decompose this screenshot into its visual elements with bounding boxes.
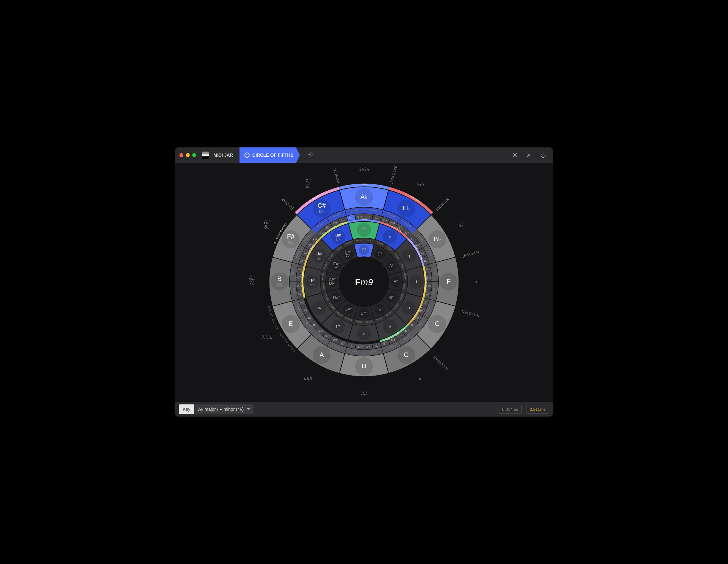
- svg-text:E7: E7: [304, 251, 307, 254]
- svg-text:C♭: C♭: [277, 282, 282, 287]
- key-pointer: [361, 223, 367, 229]
- mode-label: |IONIAN: [333, 168, 340, 184]
- svg-text:D#°: D#°: [333, 295, 340, 300]
- minor-note: g#: [310, 277, 315, 282]
- svg-text:F#7: F#7: [298, 293, 303, 296]
- svg-text:D7: D7: [405, 329, 409, 332]
- key-signature: ♭♭: [459, 223, 464, 228]
- titlebar: MIDI JAR CIRCLE OF FIFTHS: [175, 147, 553, 163]
- svg-point-1: [514, 154, 516, 156]
- mode-label: |LYDIAN: [280, 197, 294, 211]
- key-selector[interactable]: Key A♭ major / F minor (4♭): [179, 404, 253, 414]
- center-chord: Fm9: [355, 277, 373, 287]
- svg-text:D°: D°: [377, 252, 382, 256]
- app-name: MIDI JAR: [213, 153, 233, 158]
- svg-text:E7: E7: [411, 323, 415, 326]
- svg-text:A7: A7: [367, 215, 370, 218]
- minor-note: d: [415, 279, 417, 284]
- mode-label: |LOCRIAN: [432, 355, 449, 371]
- svg-text:b♭: b♭: [336, 237, 340, 241]
- svg-text:D♭: D♭: [319, 209, 324, 214]
- key-signature: ###: [304, 376, 313, 381]
- svg-text:B7: B7: [383, 342, 387, 345]
- svg-text:e♭: e♭: [317, 256, 321, 260]
- svg-text:C#°: C#°: [360, 311, 368, 316]
- minor-note: d#: [316, 251, 322, 256]
- major-note: E♭: [403, 204, 410, 211]
- mode-label: |DORIAN: [435, 197, 450, 211]
- traffic-lights: [179, 153, 196, 157]
- minimize-button[interactable]: [186, 153, 190, 157]
- svg-text:i - TONIC: i - TONIC: [359, 218, 370, 221]
- mode-label: |MIXOLYDIAN: [389, 166, 400, 184]
- svg-text:C7: C7: [426, 267, 430, 270]
- svg-text:B♭7: B♭7: [325, 334, 330, 337]
- key-signature: 5♭: [305, 183, 311, 189]
- key-signature: ♭♭♭♭: [359, 167, 369, 172]
- major-note: B♭: [434, 236, 441, 243]
- key-select[interactable]: A♭ major / F minor (4♭): [194, 404, 253, 414]
- svg-text:C#7: C#7: [300, 259, 305, 262]
- minor-note: c: [389, 234, 391, 239]
- svg-text:F7: F7: [304, 309, 307, 312]
- svg-text:A♭7: A♭7: [300, 301, 305, 304]
- minor-note: c#: [317, 305, 322, 310]
- minor-note: g: [408, 253, 410, 258]
- power-button[interactable]: [538, 150, 549, 161]
- svg-text:F7: F7: [399, 334, 402, 337]
- close-button[interactable]: [179, 153, 183, 157]
- svg-point-0: [310, 154, 311, 155]
- svg-text:B♭°: B♭°: [329, 281, 335, 286]
- svg-text:E♭7: E♭7: [349, 216, 354, 219]
- svg-text:C#7: C#7: [319, 329, 324, 332]
- svg-text:B♭7: B♭7: [312, 237, 317, 240]
- minor-note: b: [363, 331, 365, 336]
- svg-text:G°: G°: [361, 247, 366, 252]
- key-signature: ####: [261, 335, 273, 340]
- svg-text:A°: A°: [389, 263, 394, 268]
- major-note: A♭: [360, 193, 368, 200]
- app-window: MIDI JAR CIRCLE OF FIFTHS A♭A♭sus4A♭sus2…: [175, 147, 553, 417]
- tab-settings-icon[interactable]: [308, 152, 313, 158]
- svg-text:F°: F°: [335, 265, 339, 270]
- svg-text:C°: C°: [346, 253, 351, 258]
- svg-text:G7: G7: [308, 244, 312, 247]
- target-icon: [244, 153, 250, 158]
- key-signature: 7♭: [249, 280, 255, 286]
- svg-text:E7: E7: [399, 226, 402, 229]
- mode-label: |PHRYGIAN: [461, 309, 479, 319]
- svg-text:F7: F7: [411, 237, 415, 240]
- maximize-button[interactable]: [192, 153, 196, 157]
- svg-text:G♭7: G♭7: [357, 215, 362, 218]
- svg-text:G#°: G#°: [344, 307, 352, 311]
- pin-button[interactable]: [524, 150, 534, 161]
- svg-text:B7: B7: [326, 226, 329, 229]
- footer: Key A♭ major / F minor (4♭) 0.014ms 0.21…: [175, 402, 553, 417]
- svg-line-2: [527, 156, 528, 157]
- key-signature: ♭♭♭: [416, 182, 424, 187]
- svg-text:D7: D7: [424, 259, 428, 262]
- svg-text:G7: G7: [424, 301, 428, 304]
- svg-text:D7: D7: [308, 316, 312, 319]
- svg-text:a♭: a♭: [310, 282, 314, 286]
- major-note: F: [447, 278, 451, 285]
- mode-label: |AEOLIAN: [462, 249, 479, 258]
- major-note: E: [289, 320, 293, 327]
- settings-button[interactable]: [509, 150, 520, 161]
- svg-text:G7: G7: [333, 339, 337, 342]
- svg-text:E°: E°: [393, 279, 398, 284]
- svg-text:I - TONIC: I - TONIC: [359, 183, 370, 186]
- tab-circle-of-fifths[interactable]: CIRCLE OF FIFTHS: [239, 147, 300, 163]
- major-note: B: [277, 275, 281, 282]
- minor-note: a: [408, 305, 410, 310]
- svg-text:G♭: G♭: [288, 240, 294, 245]
- svg-text:B°: B°: [389, 295, 394, 300]
- svg-text:A7: A7: [297, 284, 301, 287]
- svg-text:F7: F7: [341, 218, 345, 221]
- major-note: F#: [287, 233, 295, 240]
- minor-note: f#: [336, 324, 340, 329]
- major-note: D: [362, 362, 366, 369]
- key-signature: #: [419, 376, 422, 381]
- svg-text:E♭7: E♭7: [427, 276, 432, 279]
- latency-1: 0.014ms: [499, 405, 522, 414]
